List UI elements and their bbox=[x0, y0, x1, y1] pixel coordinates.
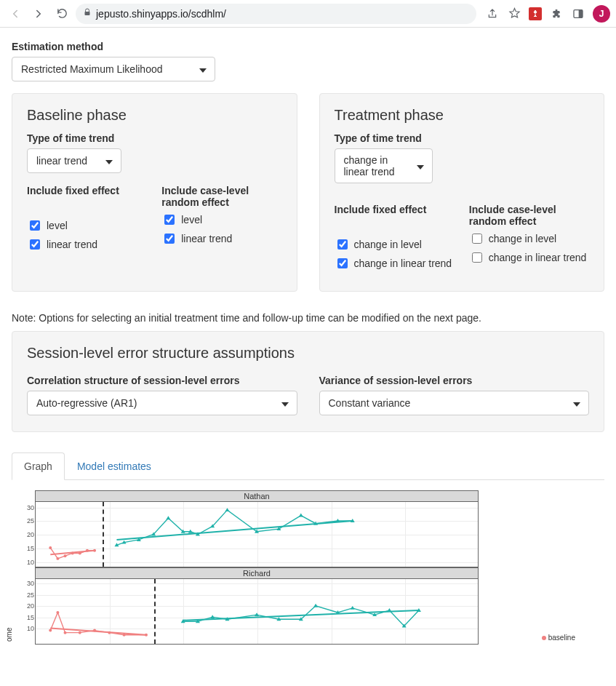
svg-line-11 bbox=[116, 521, 352, 540]
baseline-fixed-level-row[interactable]: level bbox=[27, 218, 147, 233]
legend-dot-icon bbox=[542, 636, 546, 640]
bookmark-star-icon[interactable] bbox=[507, 7, 521, 21]
app-content: Estimation method Restricted Maximum Lik… bbox=[0, 28, 616, 645]
estimation-method-select[interactable]: Restricted Maximum Likelihood bbox=[12, 57, 215, 81]
plots-container: Nathan1015202530Richard1015202530 ome ba… bbox=[12, 480, 604, 645]
svg-marker-47 bbox=[351, 606, 355, 610]
svg-marker-49 bbox=[387, 608, 391, 612]
treatment-phase-panel: Treatment phase Type of time trend chang… bbox=[319, 93, 605, 292]
facet-nathan: Nathan1015202530 bbox=[35, 490, 479, 567]
svg-marker-45 bbox=[313, 604, 318, 607]
svg-point-30 bbox=[56, 611, 59, 614]
variance-select[interactable]: Constant variance bbox=[319, 391, 590, 415]
plot-area: 1015202530 bbox=[35, 579, 479, 645]
toolbar-right: J bbox=[481, 5, 610, 23]
svg-point-32 bbox=[79, 631, 81, 634]
treatment-random-change-level-checkbox[interactable] bbox=[472, 234, 482, 244]
url-text: jepusto.shinyapps.io/scdhlm/ bbox=[96, 8, 226, 20]
back-button[interactable] bbox=[6, 4, 25, 23]
svg-marker-42 bbox=[255, 613, 259, 616]
extensions-icon[interactable] bbox=[549, 7, 564, 21]
svg-point-9 bbox=[86, 549, 89, 552]
facet-richard: Richard1015202530 bbox=[35, 567, 479, 645]
svg-point-29 bbox=[49, 629, 52, 632]
legend-baseline: baseline bbox=[542, 634, 575, 642]
baseline-random-level-checkbox[interactable] bbox=[164, 215, 175, 225]
svg-point-5 bbox=[56, 557, 59, 560]
corr-structure-select[interactable]: Auto-regressive (AR1) bbox=[27, 391, 297, 415]
address-bar[interactable]: jepusto.shinyapps.io/scdhlm/ bbox=[76, 4, 476, 24]
svg-marker-16 bbox=[166, 516, 170, 519]
svg-marker-40 bbox=[210, 615, 215, 618]
svg-point-4 bbox=[49, 546, 52, 549]
plot-area: 1015202530 bbox=[35, 502, 479, 567]
facet-title: Nathan bbox=[35, 490, 479, 502]
corr-structure-label: Correlation structure of session-level e… bbox=[27, 375, 297, 386]
treatment-random-change-linear-row[interactable]: change in linear trend bbox=[469, 250, 589, 265]
error-title: Session-level error structure assumption… bbox=[27, 345, 589, 362]
pdf-extension-icon[interactable] bbox=[529, 7, 542, 20]
treatment-fixed-change-level-checkbox[interactable] bbox=[337, 239, 348, 250]
variance-label: Variance of session-level errors bbox=[319, 375, 590, 386]
share-icon[interactable] bbox=[485, 7, 500, 21]
lock-icon bbox=[83, 8, 92, 19]
baseline-fixed-linear-row[interactable]: linear trend bbox=[27, 237, 147, 252]
baseline-trend-select[interactable]: linear trend bbox=[27, 148, 121, 173]
note-text: Note: Options for selecting an initial t… bbox=[12, 312, 604, 324]
baseline-random-linear-checkbox[interactable] bbox=[164, 234, 175, 244]
svg-rect-0 bbox=[85, 12, 90, 15]
baseline-fixed-label: Include fixed effect bbox=[27, 185, 147, 196]
facet-title: Richard bbox=[35, 567, 479, 579]
treatment-fixed-change-linear-row[interactable]: change in linear trend bbox=[335, 256, 455, 271]
svg-point-31 bbox=[64, 631, 67, 634]
treatment-fixed-label: Include fixed effect bbox=[335, 204, 455, 215]
svg-point-10 bbox=[93, 549, 96, 552]
error-structure-panel: Session-level error structure assumption… bbox=[12, 331, 604, 432]
forward-button[interactable] bbox=[29, 4, 48, 23]
svg-point-34 bbox=[108, 631, 111, 634]
baseline-fixed-linear-checkbox[interactable] bbox=[30, 239, 40, 250]
treatment-fixed-change-level-row[interactable]: change in level bbox=[335, 237, 455, 252]
svg-point-35 bbox=[123, 634, 126, 637]
baseline-random-label: Include case-level random effect bbox=[161, 185, 281, 208]
treatment-random-change-level-row[interactable]: change in level bbox=[469, 231, 589, 246]
tab-model-estimates[interactable]: Model estimates bbox=[65, 452, 164, 480]
svg-point-8 bbox=[79, 551, 81, 554]
profile-avatar[interactable]: J bbox=[593, 5, 610, 23]
treatment-fixed-change-linear-checkbox[interactable] bbox=[337, 258, 348, 268]
svg-marker-21 bbox=[225, 508, 229, 511]
baseline-title: Baseline phase bbox=[27, 107, 282, 124]
treatment-title: Treatment phase bbox=[335, 107, 590, 124]
estimation-method-label: Estimation method bbox=[12, 41, 604, 52]
reload-button[interactable] bbox=[52, 4, 71, 23]
svg-point-6 bbox=[64, 554, 67, 557]
baseline-random-level-row[interactable]: level bbox=[161, 212, 281, 227]
treatment-random-change-linear-checkbox[interactable] bbox=[472, 252, 482, 263]
treatment-trend-select[interactable]: change in linear trend bbox=[335, 148, 433, 183]
svg-point-7 bbox=[71, 551, 74, 554]
baseline-trend-label: Type of time trend bbox=[27, 132, 282, 144]
baseline-random-linear-row[interactable]: linear trend bbox=[161, 231, 281, 246]
svg-rect-2 bbox=[579, 9, 583, 17]
svg-marker-24 bbox=[299, 514, 303, 517]
tab-graph[interactable]: Graph bbox=[12, 452, 65, 480]
svg-point-33 bbox=[93, 629, 96, 632]
browser-toolbar: jepusto.shinyapps.io/scdhlm/ J bbox=[0, 0, 616, 28]
baseline-phase-panel: Baseline phase Type of time trend linear… bbox=[12, 93, 297, 292]
output-tabs: Graph Model estimates bbox=[12, 452, 604, 480]
treatment-random-label: Include case-level random effect bbox=[469, 204, 589, 227]
svg-point-36 bbox=[145, 634, 148, 637]
y-axis-label: ome bbox=[5, 628, 13, 642]
panel-icon[interactable] bbox=[571, 7, 585, 21]
baseline-fixed-level-checkbox[interactable] bbox=[30, 220, 40, 231]
treatment-trend-label: Type of time trend bbox=[335, 132, 590, 144]
